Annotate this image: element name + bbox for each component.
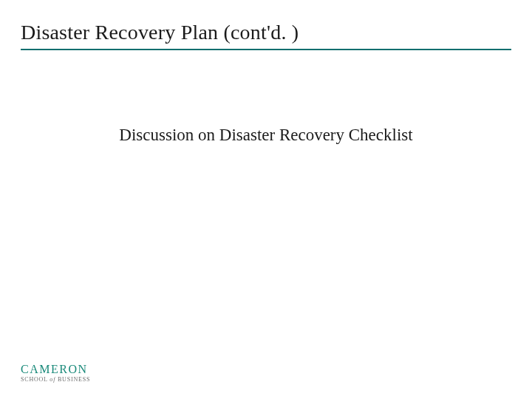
slide-title: Disaster Recovery Plan (cont'd. )	[21, 21, 511, 44]
logo-sub-word-1: SCHOOL	[21, 376, 48, 383]
logo-sub-word-2: BUSINESS	[58, 376, 90, 383]
logo-sub-of: of	[50, 376, 55, 383]
slide-header: Disaster Recovery Plan (cont'd. )	[21, 21, 511, 50]
title-underline	[21, 49, 511, 50]
logo-main-text: CAMERON	[21, 364, 90, 375]
slide-body-text: Discussion on Disaster Recovery Checklis…	[0, 126, 532, 145]
slide: Disaster Recovery Plan (cont'd. ) Discus…	[0, 0, 532, 399]
logo-sub-text: SCHOOL of BUSINESS	[21, 377, 90, 383]
footer-logo: CAMERON SCHOOL of BUSINESS	[21, 364, 90, 383]
